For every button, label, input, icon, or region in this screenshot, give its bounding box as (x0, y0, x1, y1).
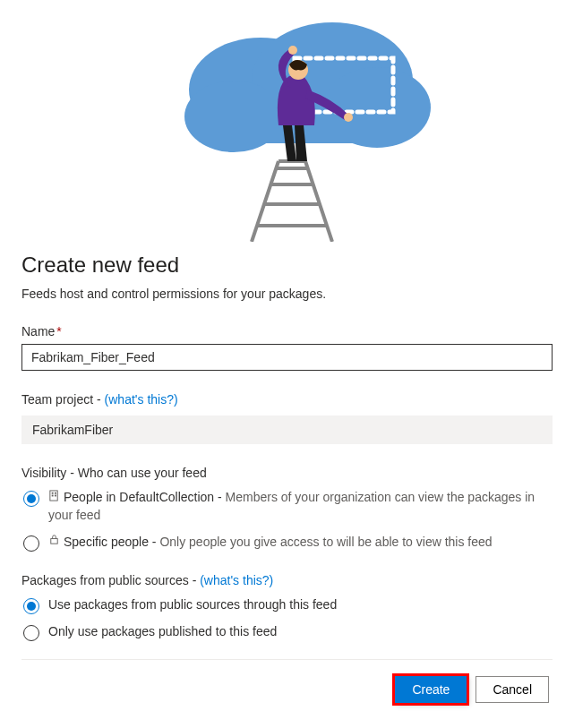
divider (21, 659, 553, 660)
cloud-illustration (0, 0, 574, 242)
visibility-option-collection[interactable]: People in DefaultCollection - Members of… (23, 489, 553, 525)
name-input[interactable] (21, 344, 553, 371)
cancel-button[interactable]: Cancel (475, 676, 549, 703)
required-indicator: * (56, 324, 61, 338)
visibility-option-specific[interactable]: Specific people - Only people you give a… (23, 534, 553, 552)
radio-published-only[interactable] (23, 625, 39, 641)
packages-help-link[interactable]: (what's this?) (200, 573, 273, 587)
svg-rect-16 (50, 490, 57, 500)
svg-rect-21 (51, 539, 57, 544)
svg-rect-20 (55, 494, 56, 496)
svg-point-14 (344, 113, 353, 122)
svg-line-6 (252, 161, 278, 242)
radio-specific[interactable] (23, 535, 39, 552)
page-subtitle: Feeds host and control permissions for y… (21, 287, 553, 301)
svg-rect-17 (52, 492, 54, 493)
org-icon (48, 489, 60, 507)
page-title: Create new feed (21, 253, 553, 278)
packages-option-published[interactable]: Only use packages published to this feed (23, 623, 553, 641)
packages-option-public[interactable]: Use packages from public sources through… (23, 596, 553, 614)
svg-rect-18 (55, 492, 56, 493)
svg-rect-19 (52, 494, 54, 496)
svg-point-13 (288, 46, 297, 55)
radio-collection[interactable] (23, 491, 39, 507)
visibility-label: Visibility - Who can use your feed (21, 466, 553, 480)
team-project-label: Team project - (what's this?) (21, 392, 553, 407)
svg-line-7 (305, 161, 332, 242)
create-button[interactable]: Create (395, 676, 467, 703)
packages-label: Packages from public sources - (what's t… (21, 573, 553, 587)
lock-icon (48, 533, 60, 551)
team-project-help-link[interactable]: (what's this?) (105, 392, 178, 407)
name-label: Name* (21, 324, 553, 338)
radio-public-sources[interactable] (23, 598, 39, 614)
dialog-buttons: Create Cancel (21, 676, 553, 703)
team-project-value: FabrikamFiber (21, 415, 553, 444)
